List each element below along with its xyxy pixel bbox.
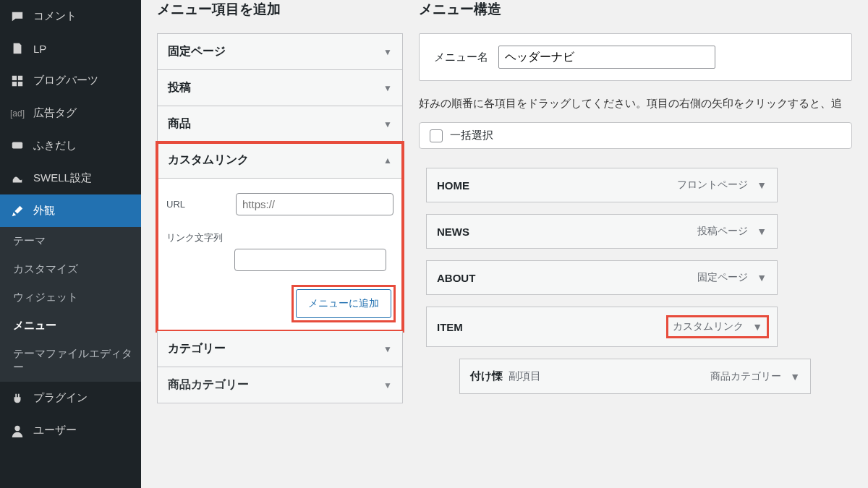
accordion-title: 固定ページ: [168, 44, 226, 59]
menu-sub-item[interactable]: 付け慄副項目 商品カテゴリー▼: [459, 359, 811, 394]
bulk-select-toggle[interactable]: 一括選択: [419, 122, 852, 149]
comment-icon: [10, 10, 25, 23]
custom-link-url-input[interactable]: [236, 193, 393, 215]
sidebar-item-label: ふきだし: [33, 139, 77, 153]
admin-sidebar: コメント LP ブログパーツ [ad] 広告タグ ふきだし SWELL設定 外観…: [0, 0, 141, 488]
sidebar-item-comments[interactable]: コメント: [0, 0, 141, 33]
sidebar-item-label: ブログパーツ: [33, 74, 98, 87]
menu-item-type: 投稿ページ: [697, 225, 748, 238]
menu-item-title: ABOUT: [437, 272, 475, 284]
menu-item-news[interactable]: NEWS 投稿ページ▼: [426, 214, 778, 249]
accordion-categories[interactable]: カテゴリー▼: [157, 331, 403, 367]
submenu-widgets[interactable]: ウィジェット: [0, 283, 141, 312]
menu-structure-heading: メニュー構造: [419, 0, 852, 19]
chevron-down-icon: ▼: [383, 344, 392, 354]
chevron-up-icon: ▲: [383, 155, 392, 166]
sidebar-item-lp[interactable]: LP: [0, 33, 141, 64]
chevron-down-icon: ▼: [383, 380, 392, 390]
svg-point-1: [14, 425, 20, 430]
bulk-select-label: 一括選択: [450, 129, 493, 142]
menu-structure-column: メニュー構造 メニュー名 好みの順番に各項目をドラッグしてください。項目の右側の…: [419, 0, 852, 488]
chevron-down-icon[interactable]: ▼: [757, 179, 767, 191]
user-icon: [10, 424, 25, 437]
sidebar-item-label: 外観: [33, 204, 55, 218]
chevron-down-icon: ▼: [383, 119, 392, 129]
sidebar-item-label: ユーザー: [33, 424, 77, 437]
svg-rect-0: [12, 142, 22, 148]
menu-item-type: 商品カテゴリー: [710, 370, 781, 383]
sidebar-item-label: プラグイン: [33, 391, 88, 405]
sidebar-item-fukidashi[interactable]: ふきだし: [0, 129, 141, 162]
link-text-label: リンク文字列: [166, 231, 227, 244]
chevron-down-icon: ▼: [383, 47, 392, 57]
menu-item-about[interactable]: ABOUT 固定ページ▼: [426, 260, 778, 295]
accordion-title: 商品: [168, 116, 191, 132]
bulk-select-checkbox[interactable]: [430, 129, 443, 142]
menu-name-label: メニュー名: [434, 51, 488, 64]
grid-icon: [10, 74, 25, 87]
sidebar-item-label: 広告タグ: [33, 106, 77, 120]
sidebar-item-blogparts[interactable]: ブログパーツ: [0, 64, 141, 97]
menu-item-sublabel: 副項目: [509, 369, 541, 382]
menu-item-title: HOME: [437, 179, 469, 192]
ad-icon: [ad]: [10, 108, 25, 119]
chevron-down-icon[interactable]: ▼: [757, 226, 767, 237]
menu-name-row: メニュー名: [419, 33, 852, 81]
menu-item-item[interactable]: ITEM カスタムリンク▼: [426, 307, 778, 347]
menu-item-title: 付け慄副項目: [470, 369, 541, 383]
submenu-theme-editor[interactable]: テーマファイルエディター: [0, 340, 141, 382]
accordion-posts[interactable]: 投稿▼: [157, 70, 403, 106]
brush-icon: [10, 205, 25, 218]
plug-icon: [10, 392, 25, 405]
menu-name-input[interactable]: [498, 46, 715, 69]
sidebar-item-label: LP: [33, 43, 46, 55]
sidebar-item-appearance[interactable]: 外観: [0, 194, 141, 227]
submenu-customize[interactable]: カスタマイズ: [0, 255, 141, 283]
menu-item-type: カスタムリンク: [673, 320, 744, 333]
add-menu-items-column: メニュー項目を追加 固定ページ▼ 投稿▼ 商品▼ カスタムリンク▲ URL: [157, 0, 403, 488]
chevron-down-icon[interactable]: ▼: [752, 321, 762, 333]
accordion-custom-link-head[interactable]: カスタムリンク▲: [158, 142, 402, 179]
chevron-down-icon[interactable]: ▼: [790, 371, 800, 382]
speech-icon: [10, 140, 25, 153]
sidebar-item-label: SWELL設定: [33, 171, 92, 185]
sidebar-item-adtag[interactable]: [ad] 広告タグ: [0, 97, 141, 129]
add-items-heading: メニュー項目を追加: [157, 0, 403, 19]
menu-item-type: 固定ページ: [697, 271, 748, 284]
menu-item-home[interactable]: HOME フロントページ▼: [426, 168, 778, 202]
url-label: URL: [166, 199, 227, 210]
accordion-pages[interactable]: 固定ページ▼: [157, 33, 403, 70]
chevron-down-icon: ▼: [383, 83, 392, 93]
accordion-products[interactable]: 商品▼: [157, 106, 403, 142]
menu-item-title: ITEM: [437, 321, 463, 333]
sidebar-item-swell[interactable]: SWELL設定: [0, 162, 141, 194]
swell-icon: [10, 172, 25, 185]
sidebar-item-plugins[interactable]: プラグイン: [0, 382, 141, 414]
accordion-title: カスタムリンク: [168, 153, 249, 168]
submenu-themes[interactable]: テーマ: [0, 227, 141, 255]
page-icon: [10, 42, 25, 55]
menu-item-type: フロントページ: [677, 179, 748, 192]
custom-link-text-input[interactable]: [234, 249, 386, 271]
structure-instruction: 好みの順番に各項目をドラッグしてください。項目の右側の矢印をクリックすると、追: [419, 97, 852, 111]
chevron-down-icon[interactable]: ▼: [757, 272, 767, 283]
sidebar-item-users[interactable]: ユーザー: [0, 414, 141, 447]
accordion-title: 投稿: [168, 80, 191, 95]
menu-item-title: NEWS: [437, 226, 469, 238]
add-to-menu-button[interactable]: メニューに追加: [296, 289, 391, 318]
accordion-title: カテゴリー: [168, 341, 226, 356]
sidebar-item-label: コメント: [33, 9, 77, 23]
accordion-title: 商品カテゴリー: [168, 377, 249, 393]
accordion-product-cats[interactable]: 商品カテゴリー▼: [157, 367, 403, 403]
submenu-menus[interactable]: メニュー: [0, 312, 141, 340]
accordion-custom-link: カスタムリンク▲ URL リンク文字列 メニューに追加: [157, 142, 403, 331]
